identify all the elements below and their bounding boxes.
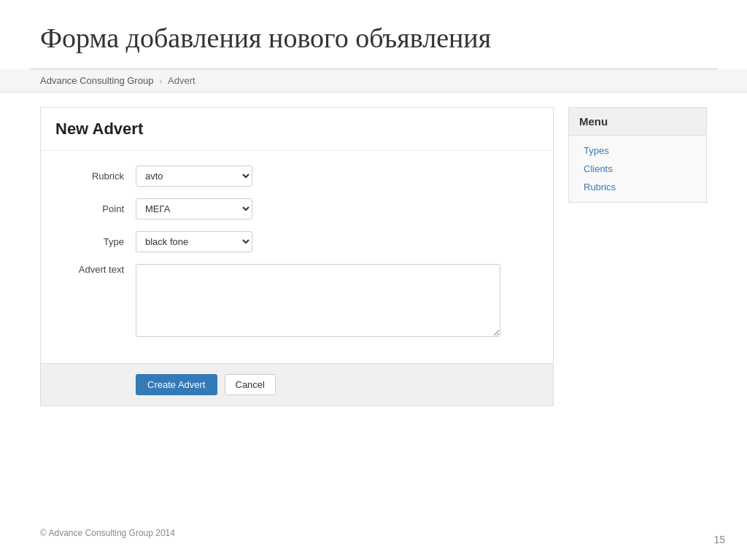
breadcrumb-bar: Advance Consulting Group › Advert bbox=[0, 69, 747, 93]
page-number: 15 bbox=[713, 534, 725, 545]
form-footer: Create Advert Cancel bbox=[41, 363, 553, 405]
page-footer: © Advance Consulting Group 2014 bbox=[40, 528, 175, 538]
point-label: Point bbox=[55, 203, 136, 214]
sidebar: Menu Types Clients Rubrics bbox=[568, 107, 707, 406]
type-row: Type black fone white fone color bbox=[41, 231, 553, 252]
sidebar-item-rubrics[interactable]: Rubrics bbox=[569, 178, 706, 196]
sidebar-box: Menu Types Clients Rubrics bbox=[568, 107, 707, 203]
form-title: New Advert bbox=[55, 120, 538, 139]
create-advert-button[interactable]: Create Advert bbox=[136, 374, 217, 395]
breadcrumb-brand[interactable]: Advance Consulting Group bbox=[40, 75, 153, 86]
breadcrumb-separator: › bbox=[159, 77, 162, 85]
point-row: Point МЕГА ТЦ Центр Рынок bbox=[41, 198, 553, 219]
breadcrumb-current: Advert bbox=[168, 75, 196, 86]
rubrick-select[interactable]: avto недвижимость работа bbox=[136, 166, 252, 187]
page-title: Форма добавления нового объявления bbox=[0, 0, 747, 69]
main-content: New Advert Rubrick avto недвижимость раб… bbox=[0, 93, 747, 421]
type-label: Type bbox=[55, 236, 136, 247]
type-select[interactable]: black fone white fone color bbox=[136, 231, 252, 252]
sidebar-menu: Types Clients Rubrics bbox=[569, 136, 706, 202]
form-header: New Advert bbox=[41, 108, 553, 151]
advert-text-row: Advert text bbox=[41, 264, 553, 337]
sidebar-menu-title: Menu bbox=[569, 108, 706, 136]
rubrick-label: Rubrick bbox=[55, 171, 136, 182]
advert-text-label: Advert text bbox=[55, 264, 136, 275]
rubrick-row: Rubrick avto недвижимость работа bbox=[41, 166, 553, 187]
sidebar-item-types[interactable]: Types bbox=[569, 141, 706, 160]
point-select[interactable]: МЕГА ТЦ Центр Рынок bbox=[136, 198, 252, 219]
cancel-button[interactable]: Cancel bbox=[225, 374, 276, 395]
advert-text-input[interactable] bbox=[136, 264, 500, 337]
form-body: Rubrick avto недвижимость работа Point М… bbox=[41, 151, 553, 363]
sidebar-item-clients[interactable]: Clients bbox=[569, 160, 706, 178]
form-section: New Advert Rubrick avto недвижимость раб… bbox=[40, 107, 554, 406]
